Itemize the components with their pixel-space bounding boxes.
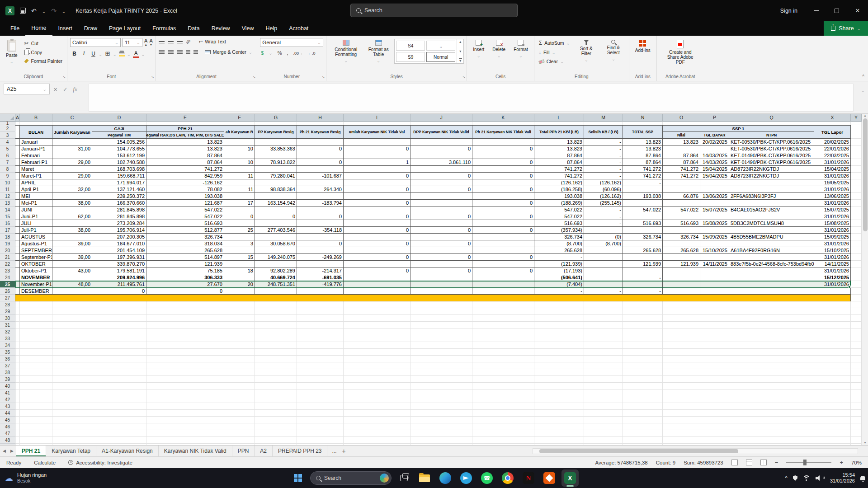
cell-Q36[interactable]: [729, 356, 814, 362]
cell-Y20[interactable]: [851, 247, 862, 254]
cell-J4[interactable]: [410, 139, 472, 145]
cell-H13[interactable]: -183.794: [297, 200, 344, 206]
cell-O24[interactable]: [663, 274, 700, 281]
cell-K1[interactable]: [472, 122, 534, 125]
cell-I35[interactable]: [344, 349, 410, 356]
cell-J36[interactable]: [410, 356, 472, 362]
row-header-24[interactable]: 24: [0, 274, 15, 281]
cell-B15[interactable]: Juni-P1: [20, 213, 52, 220]
cell-O5[interactable]: [663, 145, 700, 152]
cell-P45[interactable]: [700, 417, 729, 423]
cell-G1[interactable]: [255, 122, 297, 125]
cell-E14[interactable]: 547.022: [146, 206, 224, 213]
cell-K15[interactable]: 0: [472, 213, 534, 220]
cell-M39[interactable]: [584, 376, 623, 383]
row-header-12[interactable]: 12: [0, 193, 15, 200]
cell-D24[interactable]: 209.924.996: [92, 274, 146, 281]
cell-M36[interactable]: [584, 356, 623, 362]
cell-X45[interactable]: [814, 417, 851, 423]
cell-N23[interactable]: [623, 267, 663, 274]
cell-P23[interactable]: [700, 267, 729, 274]
cell-O31[interactable]: [663, 322, 700, 328]
cell-B31[interactable]: [20, 322, 52, 328]
cell-Q47[interactable]: [729, 430, 814, 437]
insert-cells-button[interactable]: Insert: [470, 38, 487, 60]
cell-Q40[interactable]: [729, 383, 814, 389]
cell-L20[interactable]: 265.628: [534, 247, 584, 254]
cell-X20[interactable]: 15/10/2025: [814, 247, 851, 254]
cell-A42[interactable]: [15, 396, 20, 403]
cell-P40[interactable]: [700, 383, 729, 389]
font-size-combo[interactable]: 11: [123, 38, 142, 47]
cell-E21[interactable]: 514.897: [146, 254, 224, 261]
cell-E7[interactable]: 87.864: [146, 159, 224, 166]
cell-A14[interactable]: [15, 206, 20, 213]
cell-X15[interactable]: 31/01/2026: [814, 213, 851, 220]
cell-Y12[interactable]: [851, 193, 862, 200]
cell-Q7[interactable]: KET-01490/PBK-CT/KPP.0616/2025: [729, 159, 814, 166]
cell-C18[interactable]: [52, 234, 92, 240]
cell-O26[interactable]: [663, 288, 700, 295]
delete-cells-button[interactable]: Delete: [489, 38, 509, 60]
cell-X14[interactable]: 15/07/2025: [814, 206, 851, 213]
new-sheet-icon[interactable]: [342, 447, 346, 455]
cell-Q8[interactable]: AD8723IR22NKGTDJ: [729, 166, 814, 173]
cell-M30[interactable]: [584, 315, 623, 322]
cell-F21[interactable]: 15: [224, 254, 255, 261]
cell-J32[interactable]: [410, 328, 472, 335]
notification-bell-icon[interactable]: [860, 476, 865, 480]
cell-P17[interactable]: [700, 227, 729, 234]
cell-H12[interactable]: [297, 193, 344, 200]
cell-J48[interactable]: [410, 437, 472, 444]
zoom-in-icon[interactable]: +: [840, 459, 843, 466]
ribbon-tab-file[interactable]: File: [5, 21, 25, 36]
cell-C35[interactable]: [52, 349, 92, 356]
cell-K32[interactable]: [472, 328, 534, 335]
cell-L28[interactable]: [534, 301, 584, 308]
cell-M43[interactable]: [584, 403, 623, 410]
column-header-G[interactable]: G: [255, 114, 297, 122]
cell-Q9[interactable]: AD8723IR22NKGTDJ: [729, 173, 814, 179]
cell-O21[interactable]: [663, 254, 700, 261]
cell-O20[interactable]: 265.628: [663, 247, 700, 254]
cell-style-s9[interactable]: S9: [396, 52, 425, 62]
italic-button[interactable]: [80, 49, 88, 58]
cell-B45[interactable]: [20, 417, 52, 423]
cell-G10[interactable]: [255, 179, 297, 186]
cell-H9[interactable]: -101.687: [297, 173, 344, 179]
cell-B16[interactable]: JULI: [20, 220, 52, 227]
cell-B25[interactable]: November-P1: [20, 281, 52, 288]
cell-B41[interactable]: [20, 389, 52, 396]
cell-K42[interactable]: [472, 396, 534, 403]
cell-X12[interactable]: 13/06/2025: [814, 193, 851, 200]
cell-A13[interactable]: [15, 200, 20, 206]
cell-B42[interactable]: [20, 396, 52, 403]
cell-A35[interactable]: [15, 349, 20, 356]
bold-button[interactable]: [70, 49, 79, 58]
cell-P43[interactable]: [700, 403, 729, 410]
cell-N9[interactable]: 741.272: [623, 173, 663, 179]
cell-E4[interactable]: 13.823: [146, 139, 224, 145]
cell-L16[interactable]: 516.693: [534, 220, 584, 227]
cell-P9[interactable]: 15/04/2025: [700, 173, 729, 179]
cell-F16[interactable]: [224, 220, 255, 227]
align-bottom-icon[interactable]: [177, 40, 183, 44]
row-header-3[interactable]: 3: [0, 132, 15, 139]
cell-M5[interactable]: -: [584, 145, 623, 152]
cell-D25[interactable]: 211.495.761: [92, 281, 146, 288]
cell-X48[interactable]: [814, 437, 851, 444]
cell-M48[interactable]: [584, 437, 623, 444]
cell-P28[interactable]: [700, 301, 729, 308]
number-dialog-launcher-icon[interactable]: [322, 75, 325, 79]
cell-L14[interactable]: 547.022: [534, 206, 584, 213]
cell-I16[interactable]: [344, 220, 410, 227]
cell-Y40[interactable]: [851, 383, 862, 389]
cell-G46[interactable]: [255, 423, 297, 430]
cell-X29[interactable]: [814, 308, 851, 315]
row-header-9[interactable]: 9: [0, 173, 15, 179]
cell-Q18[interactable]: 4B5D55BME2BMADPU: [729, 234, 814, 240]
cell-N47[interactable]: [623, 430, 663, 437]
cell-L24[interactable]: (506.641): [534, 274, 584, 281]
row-header-35[interactable]: 35: [0, 349, 15, 356]
cell-F23[interactable]: 18: [224, 267, 255, 274]
